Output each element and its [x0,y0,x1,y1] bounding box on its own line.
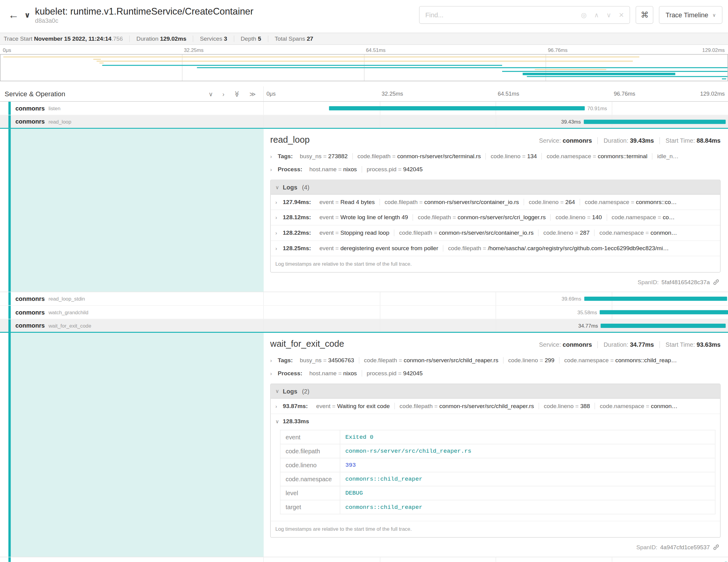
span-detail-title: wait_for_exit_code [270,339,344,349]
find-scope-icon[interactable]: ◎ [581,11,587,19]
timeline-tick: 32.25ms [382,90,403,97]
trace-title-block: kubelet: runtime.v1.RuntimeService/Creat… [35,6,419,24]
log-field-row: code.lineno393 [280,458,715,472]
collapse-trace-icon[interactable]: ∨ [24,11,30,19]
span-name-cell[interactable]: conmonrs listen [0,102,264,115]
collapse-one-icon[interactable]: ∨ [209,90,213,97]
trace-view-selector[interactable]: Trace Timeline ∨ [659,6,722,24]
logs-accordian: ∨Logs(2) ›93.87ms:event = Waiting for ex… [270,384,720,538]
logs-header[interactable]: ∨Logs(4) [271,180,720,195]
span-detail-indent [9,333,264,557]
logs-header[interactable]: ∨Logs(2) [271,384,720,399]
back-arrow-icon: ← [8,9,19,21]
key-value-pair: code.lineno = 388 [539,403,595,410]
process-accordian[interactable]: ›Process:host.name = nixosprocess.pid = … [270,163,720,176]
log-field-key: code.namespace [280,472,340,486]
timeline-tick: 64.51ms [498,90,519,97]
log-entry-header[interactable]: ›128.12ms:event = Wrote log line of leng… [271,210,720,225]
span-timeline-cell[interactable]: 34.77ms [264,319,728,332]
expand-one-icon[interactable]: › [222,90,224,97]
span-name-cell[interactable]: conmonrs write_exit_path [0,557,264,562]
span-row[interactable]: conmonrs write_exit_path 303μs [0,557,728,562]
span-timeline-cell[interactable]: 70.91ms [264,102,728,115]
chevron-right-icon: › [270,371,278,376]
key-value-pair: code.namespace = conmonrs::co… [580,199,681,206]
minimap-span [97,61,633,62]
operation-name: read_loop_stdin [49,296,85,301]
log-entry-header[interactable]: ›128.25ms:event = deregistering event so… [271,241,720,256]
log-entry: ›128.22ms:event = Stopping read loopcode… [271,225,720,241]
span-row[interactable]: conmonrs read_loop_stdin 39.69ms [0,292,728,306]
minimap-span [535,69,606,70]
service-name: conmonrs [15,295,45,302]
log-entry: ∨128.33mseventExited 0code.filepathconmo… [271,414,720,521]
span-bar[interactable] [329,106,584,111]
log-entry-header[interactable]: ∨128.33ms [271,414,720,429]
log-timestamp: 128.12ms: [283,214,311,221]
span-name-cell[interactable]: conmonrs read_loop_stdin [0,292,264,305]
chevron-right-icon: › [270,357,278,363]
find-clear-icon[interactable]: ✕ [619,11,624,19]
log-timestamp: 128.25ms: [283,245,311,252]
overview-service: Service: conmonrs [539,341,592,348]
find-prev-icon[interactable]: ∧ [594,11,599,19]
span-name-cell[interactable]: conmonrs wait_for_exit_code [0,319,264,332]
span-timeline-cell[interactable]: 39.43ms [264,115,728,128]
span-name-cell[interactable]: conmonrs watch_grandchild [0,306,264,319]
span-row[interactable]: conmonrs wait_for_exit_code 34.77ms [0,319,728,333]
key-value-pair: code.lineno = 299 [503,357,559,364]
log-entry-header[interactable]: ›93.87ms:event = Waiting for exit codeco… [271,399,720,414]
span-name-cell[interactable]: conmonrs read_loop [0,115,264,128]
process-label: Process: [278,370,302,377]
span-bar[interactable] [584,297,727,301]
summary-services: Services 3 [193,36,233,42]
timeline-tick: 96.76ms [614,90,635,97]
span-detail-title: read_loop [270,135,310,145]
minimap-canvas[interactable] [0,54,728,81]
link-icon[interactable] [713,279,719,286]
key-value-pair: code.filepath = conmon-rs/server/src/ter… [352,153,486,160]
span-timeline-cell[interactable]: 39.69ms [264,292,728,305]
find-next-icon[interactable]: ∨ [606,11,611,19]
span-bar[interactable] [601,323,726,328]
key-value-pair: code.namespace = co… [607,214,679,221]
log-entry-header[interactable]: ›128.22ms:event = Stopping read loopcode… [271,225,720,240]
span-id-row: SpanID:4a947cfd1ce59537 [270,538,720,553]
key-value-pair: code.lineno = 134 [485,153,542,160]
service-color-bar [9,557,11,562]
tags-accordian[interactable]: ›Tags:busy_ns = 34506763code.filepath = … [270,354,720,367]
expand-all-icon[interactable]: ≫ [249,90,256,97]
back-button[interactable]: ← [4,5,23,25]
link-icon[interactable] [713,544,719,551]
collapse-all-icon[interactable]: ≫ [233,91,240,97]
log-field-value: Exited 0 [340,430,715,444]
key-value-pair: event = Wrote log line of length 49 [315,214,413,221]
find-input[interactable] [425,11,573,19]
key-value-pair: host.name = nixos [305,370,362,377]
process-accordian[interactable]: ›Process:host.name = nixosprocess.pid = … [270,367,720,380]
service-name: conmonrs [15,105,45,112]
trace-title: kubelet: runtime.v1.RuntimeService/Creat… [35,6,419,16]
timeline-tick: 64.51ms [366,47,386,53]
key-value-pair: event = Read 4 bytes [315,199,379,206]
span-timeline-cell[interactable]: 303μs [264,557,728,562]
chevron-right-icon: › [275,215,283,220]
service-color-bar [9,115,11,128]
minimap-span [99,63,104,63]
key-value-pair: idle_n… [652,153,683,160]
minimap-span [102,65,502,66]
span-row[interactable]: conmonrs watch_grandchild 35.58ms [0,306,728,319]
timeline-tick: 129.02ms [700,90,725,97]
span-id-value: 5faf48165428c37a [662,279,710,285]
minimap-span [502,71,727,72]
span-row[interactable]: conmonrs read_loop 39.43ms [0,115,728,129]
keyboard-shortcuts-button[interactable]: ⌘ [636,6,653,24]
tags-accordian[interactable]: ›Tags:busy_ns = 273882code.filepath = co… [270,150,720,163]
span-bar[interactable] [600,310,728,314]
log-entry-header[interactable]: ›127.94ms:event = Read 4 bytescode.filep… [271,195,720,209]
span-timeline-cell[interactable]: 35.58ms [264,306,728,319]
log-field-value: DEBUG [340,486,715,500]
log-field-key: event [280,430,340,444]
span-row[interactable]: conmonrs listen 70.91ms [0,102,728,115]
span-bar[interactable] [583,120,726,124]
